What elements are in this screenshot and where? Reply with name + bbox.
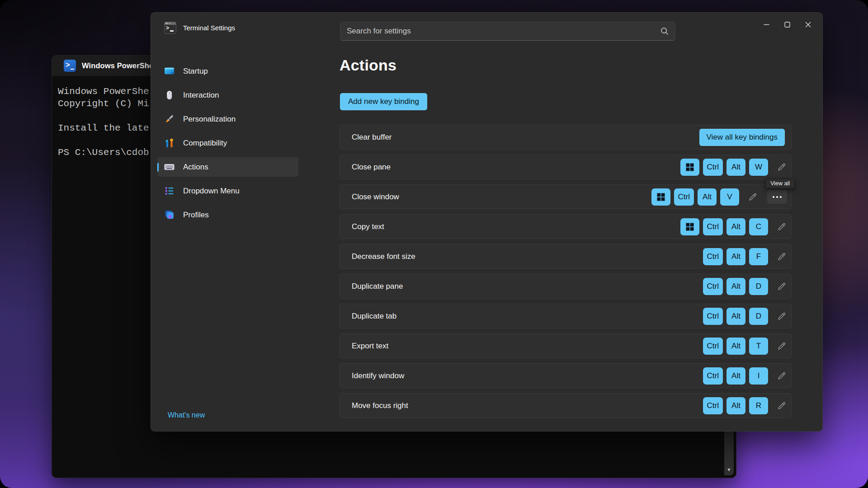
sidebar-item-startup[interactable]: Startup <box>157 61 298 81</box>
edit-key-binding-button[interactable] <box>776 341 787 352</box>
sidebar-item-actions[interactable]: Actions <box>157 157 298 177</box>
pencil-icon <box>777 252 787 262</box>
maximize-button[interactable] <box>777 13 797 36</box>
keycap: Ctrl <box>703 218 723 235</box>
whats-new-link[interactable]: What's new <box>168 411 205 419</box>
action-row: Duplicate tab CtrlAltD <box>340 304 792 328</box>
more-options-button[interactable] <box>767 190 787 204</box>
ellipsis-icon <box>773 196 774 198</box>
mouse-icon <box>164 89 175 101</box>
win-key <box>680 218 699 235</box>
action-label: Decrease font size <box>352 252 703 261</box>
action-row: Clear buffer View all key bindings <box>340 125 792 150</box>
action-row: Close pane CtrlAltW <box>340 155 792 179</box>
add-new-key-binding-button[interactable]: Add new key binding <box>340 93 427 110</box>
keycap: D <box>749 278 768 295</box>
keycap: Ctrl <box>703 159 723 176</box>
keycap: W <box>749 159 768 176</box>
selected-indicator <box>157 163 159 171</box>
keycap: V <box>720 188 739 206</box>
key-binding-controls: CtrlAltI <box>703 367 787 385</box>
keycap: F <box>749 248 768 265</box>
keycap: Alt <box>726 218 745 235</box>
key-binding-controls: CtrlAltR <box>703 397 787 414</box>
view-all-tooltip: View all <box>765 178 795 188</box>
window-controls <box>756 13 818 39</box>
sidebar-item-compatibility[interactable]: Compatibility <box>157 133 298 153</box>
keyboard-icon <box>164 161 175 173</box>
edit-key-binding-button[interactable] <box>776 400 787 411</box>
action-row: Duplicate pane CtrlAltD <box>340 274 792 299</box>
sidebar-item-label: Startup <box>183 67 208 76</box>
action-row: Decrease font size CtrlAltF <box>340 244 792 269</box>
sidebar-item-profiles[interactable]: Profiles <box>157 205 298 225</box>
action-row: Move focus right CtrlAltR <box>340 393 792 418</box>
sidebar-item-interaction[interactable]: Interaction <box>157 85 298 105</box>
keycap: Ctrl <box>703 248 723 265</box>
edit-key-binding-button[interactable] <box>776 221 787 232</box>
powershell-tab-title[interactable]: Windows PowerShell <box>82 61 158 70</box>
edit-key-binding-button[interactable] <box>776 251 787 262</box>
keycap: Alt <box>726 367 745 385</box>
terminal-settings-icon: > <box>164 22 176 34</box>
pencil-icon <box>777 282 787 291</box>
keycap: Alt <box>726 278 745 295</box>
edit-key-binding-button[interactable] <box>776 371 787 381</box>
action-label: Clear buffer <box>352 133 699 142</box>
close-button[interactable] <box>797 13 818 36</box>
search-box <box>340 22 675 41</box>
pencil-icon <box>777 401 787 411</box>
pencil-icon <box>748 192 758 202</box>
window-title: Terminal Settings <box>183 24 235 32</box>
edit-key-binding-button[interactable] <box>776 311 787 322</box>
key-binding-controls: CtrlAltD <box>703 278 787 295</box>
scroll-down-icon[interactable]: ▼ <box>727 468 731 472</box>
action-label: Duplicate tab <box>352 312 703 321</box>
action-row: Close window CtrlAltV View all <box>340 184 792 209</box>
key-binding-controls: CtrlAltF <box>703 248 787 265</box>
sidebar-item-label: Interaction <box>183 91 219 100</box>
pencil-icon <box>777 162 787 172</box>
edit-key-binding-button[interactable] <box>747 192 758 202</box>
keycap: D <box>749 308 768 325</box>
action-label: Copy text <box>352 222 680 231</box>
keycap: Ctrl <box>703 338 723 355</box>
pencil-icon <box>777 341 787 351</box>
windows-logo-icon <box>685 162 695 172</box>
windows-logo-icon <box>685 222 695 232</box>
keycap: Ctrl <box>703 397 723 414</box>
win-key <box>651 188 670 206</box>
win-key <box>680 159 699 176</box>
view-all-key-bindings-button[interactable]: View all key bindings <box>699 129 785 146</box>
powershell-icon: > <box>64 60 76 72</box>
action-label: Duplicate pane <box>352 282 703 291</box>
action-row: Identify window CtrlAltI <box>340 363 792 388</box>
settings-nav: Startup Interaction Personalization Comp… <box>157 61 298 229</box>
action-row: Export text CtrlAltT <box>340 333 792 358</box>
search-input[interactable] <box>340 22 675 40</box>
edit-key-binding-button[interactable] <box>776 162 787 173</box>
minimize-button[interactable] <box>756 13 777 36</box>
search-icon <box>660 27 669 36</box>
desktop-wallpaper: > Windows PowerShell Windows PowerSheCop… <box>0 0 868 488</box>
sidebar-item-personalization[interactable]: Personalization <box>157 109 298 129</box>
edit-key-binding-button[interactable] <box>776 281 787 292</box>
windows-logo-icon <box>656 192 666 202</box>
keycap: Alt <box>698 188 717 206</box>
keycap: Ctrl <box>703 278 723 295</box>
sidebar-item-dropdown-menu[interactable]: Dropdown Menu <box>157 181 298 201</box>
maximize-icon <box>784 22 790 28</box>
action-label: Close window <box>352 192 651 202</box>
list-icon <box>164 185 175 197</box>
keycap: Ctrl <box>674 188 694 206</box>
page-title: Actions <box>340 56 396 74</box>
key-binding-controls: CtrlAltV <box>651 188 787 206</box>
tools-icon <box>164 137 175 149</box>
sidebar-item-label: Compatibility <box>183 139 227 148</box>
monitor-icon <box>164 66 175 77</box>
keycap: C <box>749 218 768 235</box>
key-binding-controls: View all key bindings <box>699 129 788 146</box>
keycap: T <box>749 338 768 355</box>
action-label: Close pane <box>352 163 680 172</box>
action-row: Copy text CtrlAltC <box>340 214 792 239</box>
